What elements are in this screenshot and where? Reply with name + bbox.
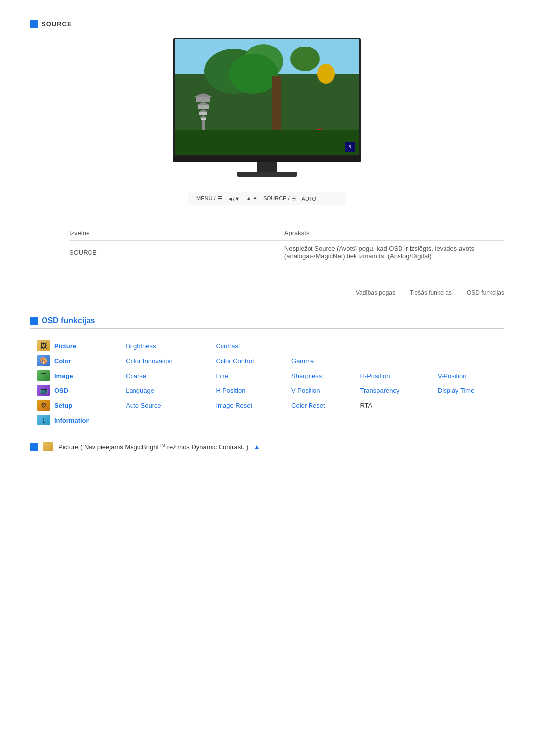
osd-row-color: 🎨 Color Color Innovation Color Control G…	[35, 353, 509, 368]
col-apraksts: Apraksts	[284, 225, 504, 241]
picture-item2: Contrast	[214, 338, 289, 353]
brightness-link[interactable]: Brightness	[126, 342, 156, 350]
info-label-cell: Information	[52, 413, 124, 427]
col-izvēlne: Izvēlne	[69, 225, 284, 241]
setup-item4: RTA	[358, 398, 436, 413]
osd-h-position-link[interactable]: H-Position	[216, 387, 245, 394]
gamma-link[interactable]: Gamma	[291, 357, 314, 365]
image-item3: Sharpness	[289, 368, 358, 383]
foliage-3	[229, 54, 278, 94]
monitor-stand-top	[173, 156, 361, 162]
control-bar-container: MENU / ☰ ◄/▼ ▲ ✦ SOURCE / ⊟ AUTO	[30, 192, 504, 205]
info-empty	[124, 413, 509, 427]
color-innovation-link[interactable]: Color Innovation	[126, 357, 173, 365]
bottom-note-text: Picture ( Nav pieejams MagicBrightTM rež…	[58, 443, 248, 451]
setup-icon-cell: ⚙	[35, 398, 52, 413]
auto-ctrl: AUTO	[302, 196, 316, 202]
picture-icon-cell: 🖼	[35, 338, 52, 353]
contrast-link[interactable]: Contrast	[216, 342, 240, 350]
rta-text: RTA	[360, 402, 372, 409]
source-ctrl: SOURCE / ⊟	[263, 195, 295, 202]
sharpness-link[interactable]: Sharpness	[291, 372, 322, 379]
color-icon: 🎨	[37, 355, 50, 366]
info-table: Izvēlne Apraksts SOURCE Nospiežot Source…	[69, 225, 504, 264]
nav-link-osd[interactable]: OSD funkcijas	[467, 289, 504, 296]
nav-links: Vadības pogas Tiešās funkcijas OSD funkc…	[30, 284, 504, 296]
language-link[interactable]: Language	[126, 387, 154, 394]
menu-cell: SOURCE	[69, 241, 284, 264]
monitor-stand-neck	[257, 162, 277, 172]
monitor-badge: 5	[345, 142, 355, 152]
source-section-header: SOURCE	[30, 20, 504, 28]
info-label[interactable]: Information	[54, 417, 90, 424]
image-label-cell: Image	[52, 368, 124, 383]
trademark-sup: TM	[159, 443, 165, 448]
transparency-link[interactable]: Transparency	[360, 387, 399, 394]
pagoda	[194, 93, 212, 130]
color-item2: Color Control	[214, 353, 289, 368]
nav-link-tieshas[interactable]: Tiešās funkcijas	[410, 289, 452, 296]
nav-link-vadibas[interactable]: Vadības pogas	[356, 289, 395, 296]
color-reset-link[interactable]: Color Reset	[291, 402, 325, 409]
control-bar: MENU / ☰ ◄/▼ ▲ ✦ SOURCE / ⊟ AUTO	[188, 192, 346, 205]
picture-label[interactable]: Picture	[54, 342, 76, 350]
yellow-accent	[317, 64, 335, 84]
osd-row-information: ℹ Information	[35, 413, 509, 427]
osd-blue-icon	[30, 317, 38, 325]
source-blue-icon	[30, 20, 38, 28]
image-reset-link[interactable]: Image Reset	[216, 402, 252, 409]
osd-row-picture: 🖼 Picture Brightness Contrast	[35, 338, 509, 353]
picture-empty3	[436, 338, 509, 353]
desc-cell: Nospiežot Source (Avots) pogu, kad OSD i…	[284, 241, 504, 264]
osd-item4: Transparency	[358, 383, 436, 398]
picture-label-cell: Picture	[52, 338, 124, 353]
coarse-link[interactable]: Coarse	[126, 372, 146, 379]
color-empty1	[358, 353, 436, 368]
osd-row-image: 🗖 Image Coarse Fine Sharpness H-Position	[35, 368, 509, 383]
osd-label[interactable]: OSD	[54, 387, 68, 394]
image-label[interactable]: Image	[54, 372, 73, 379]
picture-empty2	[358, 338, 436, 353]
bottom-picture-icon	[43, 442, 53, 451]
v-position-link[interactable]: V-Position	[438, 372, 467, 379]
color-icon-cell: 🎨	[35, 353, 52, 368]
osd-row-setup: ⚙ Setup Auto Source Image Reset Color Re…	[35, 398, 509, 413]
bottom-note: Picture ( Nav pieejams MagicBrightTM rež…	[30, 442, 504, 451]
osd-icon-cell: 📺	[35, 383, 52, 398]
auto-source-link[interactable]: Auto Source	[126, 402, 161, 409]
osd-table: 🖼 Picture Brightness Contrast 🎨	[35, 338, 509, 427]
monitor-display: 5	[30, 38, 504, 177]
color-label-cell: Color	[52, 353, 124, 368]
color-control-link[interactable]: Color Control	[216, 357, 254, 365]
color-label[interactable]: Color	[54, 357, 71, 365]
foliage-4	[290, 47, 320, 71]
image-item5: V-Position	[436, 368, 509, 383]
brightness-ctrl: ▲ ✦	[246, 195, 257, 202]
picture-empty1	[289, 338, 358, 353]
bottom-arrow-icon: ▲	[253, 443, 260, 451]
color-empty2	[436, 353, 509, 368]
ground	[175, 130, 359, 155]
display-time-link[interactable]: Display Time	[438, 387, 474, 394]
setup-empty1	[436, 398, 509, 413]
h-position-link[interactable]: H-Position	[360, 372, 390, 379]
nav-arrows-ctrl: ◄/▼	[228, 196, 240, 202]
bottom-text-prefix: Picture ( Nav pieejams MagicBright	[58, 443, 159, 451]
image-icon: 🗖	[37, 370, 50, 381]
osd-v-position-link[interactable]: V-Position	[291, 387, 320, 394]
osd-label-cell: OSD	[52, 383, 124, 398]
osd-title: OSD funkcijas	[42, 316, 95, 325]
setup-item3: Color Reset	[289, 398, 358, 413]
image-icon-cell: 🗖	[35, 368, 52, 383]
info-table-section: Izvēlne Apraksts SOURCE Nospiežot Source…	[30, 225, 504, 264]
osd-item3: V-Position	[289, 383, 358, 398]
setup-label[interactable]: Setup	[54, 402, 72, 409]
setup-item1: Auto Source	[124, 398, 214, 413]
fine-link[interactable]: Fine	[216, 372, 228, 379]
picture-item1: Brightness	[124, 338, 214, 353]
menu-ctrl: MENU / ☰	[196, 195, 222, 202]
osd-menu-icon: 📺	[37, 385, 50, 396]
table-row: SOURCE Nospiežot Source (Avots) pogu, ka…	[69, 241, 504, 264]
setup-icon: ⚙	[37, 400, 50, 411]
color-item3: Gamma	[289, 353, 358, 368]
